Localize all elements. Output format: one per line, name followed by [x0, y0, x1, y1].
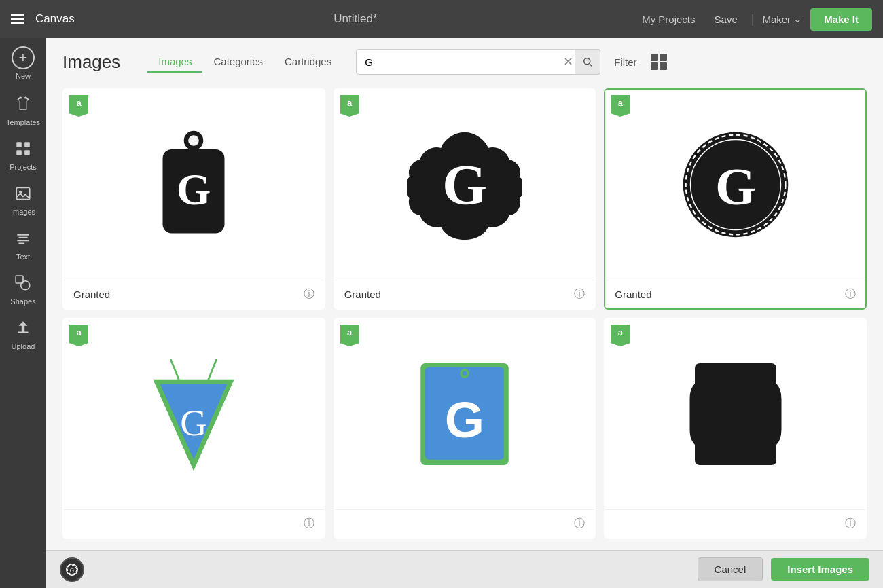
image-svg-5: G: [414, 350, 516, 479]
image-card-footer-1: Granted ⓘ: [64, 280, 324, 308]
sidebar-item-new[interactable]: + New: [0, 38, 46, 88]
image-card-footer-5: ⓘ: [335, 509, 595, 538]
svg-rect-4: [16, 187, 30, 199]
projects-icon: [14, 140, 32, 160]
image-label-3: Granted: [615, 289, 651, 300]
sidebar-item-projects[interactable]: Projects: [0, 133, 46, 178]
image-card-footer-6: ⓘ: [605, 509, 865, 538]
image-preview-3: a G: [605, 90, 865, 280]
image-svg-2: G: [407, 127, 522, 242]
image-card-5[interactable]: a G ⓘ: [334, 318, 596, 539]
tab-categories[interactable]: Categories: [202, 52, 274, 73]
sidebar-item-upload[interactable]: Upload: [0, 312, 46, 357]
document-title: Untitled*: [334, 12, 377, 25]
save-button[interactable]: Save: [709, 11, 743, 28]
svg-text:G: G: [70, 567, 75, 573]
sidebar-item-templates[interactable]: Templates: [0, 88, 46, 133]
sidebar-item-shapes[interactable]: Shapes: [0, 268, 46, 312]
image-preview-5: a G: [335, 319, 595, 509]
tab-cartridges[interactable]: Cartridges: [274, 52, 342, 73]
search-area: ✕: [356, 49, 600, 75]
insert-images-button[interactable]: Insert Images: [771, 558, 869, 581]
svg-text:G: G: [177, 165, 211, 214]
images-grid: a G Granted ⓘ a: [46, 80, 883, 550]
info-icon-6[interactable]: ⓘ: [845, 517, 856, 531]
svg-text:G: G: [181, 402, 207, 443]
sidebar: + New Templates Projects Images Text: [0, 38, 46, 588]
svg-point-6: [21, 281, 30, 290]
info-icon-3[interactable]: ⓘ: [845, 287, 856, 301]
image-card-footer-4: ⓘ: [64, 509, 324, 538]
image-preview-1: a G: [64, 90, 324, 280]
search-icon: [581, 56, 594, 68]
image-label-2: Granted: [344, 289, 381, 300]
tab-images[interactable]: Images: [147, 52, 202, 73]
header-actions: Filter: [609, 54, 666, 71]
cancel-button[interactable]: Cancel: [698, 557, 763, 581]
plus-circle-icon: +: [12, 46, 35, 69]
tab-nav: Images Categories Cartridges: [147, 52, 342, 73]
svg-point-5: [19, 191, 22, 194]
topbar: Canvas Untitled* My Projects Save | Make…: [0, 0, 883, 38]
badge-access-5: a: [340, 325, 359, 346]
sidebar-item-images[interactable]: Images: [0, 178, 46, 223]
maker-dropdown-button[interactable]: Maker ⌄: [762, 13, 802, 25]
search-go-button[interactable]: [575, 49, 600, 75]
image-card-1[interactable]: a G Granted ⓘ: [62, 88, 325, 310]
svg-point-26: [463, 371, 467, 376]
image-card-footer-2: Granted ⓘ: [335, 280, 595, 308]
image-card-6[interactable]: a ⓘ: [604, 318, 867, 539]
make-it-button[interactable]: Make It: [810, 8, 872, 31]
chevron-down-icon: ⌄: [793, 13, 802, 25]
sidebar-item-text[interactable]: Text: [0, 223, 46, 268]
svg-rect-0: [16, 142, 22, 147]
image-card-4[interactable]: a G ⓘ: [62, 318, 325, 539]
image-card-footer-3: Granted ⓘ: [605, 280, 865, 308]
text-icon: [14, 229, 32, 250]
tshirt-icon: [14, 95, 32, 115]
svg-point-10: [189, 135, 200, 146]
bottom-bar: G Cancel Insert Images: [46, 550, 883, 588]
image-card-3[interactable]: a G Granted ⓘ: [604, 88, 867, 310]
image-svg-3: G: [678, 127, 793, 242]
image-card-2[interactable]: a G Granted ⓘ: [334, 88, 596, 310]
svg-text:G: G: [715, 158, 756, 216]
image-label-1: Granted: [73, 289, 110, 300]
search-clear-button[interactable]: ✕: [563, 54, 573, 69]
content-header: Images Images Categories Cartridges ✕ Fi…: [46, 38, 883, 80]
grid-toggle-button[interactable]: [651, 54, 667, 70]
svg-line-18: [170, 359, 180, 382]
svg-rect-3: [24, 150, 30, 155]
main-layout: + New Templates Projects Images Text: [0, 38, 883, 588]
content-area: Images Images Categories Cartridges ✕ Fi…: [46, 38, 883, 588]
filter-button[interactable]: Filter: [609, 54, 642, 71]
info-icon-1[interactable]: ⓘ: [304, 287, 314, 301]
app-logo: Canvas: [35, 12, 75, 26]
info-icon-4[interactable]: ⓘ: [304, 517, 314, 531]
svg-rect-2: [16, 150, 22, 155]
info-icon-2[interactable]: ⓘ: [574, 287, 585, 301]
my-projects-button[interactable]: My Projects: [636, 11, 700, 28]
svg-rect-1: [24, 142, 30, 147]
image-svg-4: G: [143, 350, 245, 479]
selected-image-icon: G: [65, 562, 79, 577]
info-icon-5[interactable]: ⓘ: [574, 517, 585, 531]
badge-access-3: a: [611, 95, 630, 117]
menu-icon[interactable]: [11, 14, 24, 24]
image-icon: [14, 185, 32, 205]
image-svg-1: G: [149, 127, 238, 242]
selected-preview: G: [60, 557, 84, 582]
svg-text:G: G: [445, 391, 484, 448]
divider: |: [751, 12, 755, 26]
shapes-icon: [14, 274, 32, 295]
badge-access-1: a: [69, 95, 88, 117]
upload-icon: [14, 319, 32, 339]
svg-text:G: G: [442, 153, 487, 217]
svg-line-19: [208, 359, 217, 382]
image-preview-4: a G: [64, 319, 324, 509]
badge-access-2: a: [340, 95, 359, 117]
page-title: Images: [62, 52, 120, 73]
image-preview-6: a: [605, 319, 865, 509]
image-svg-6: [685, 350, 787, 479]
image-preview-2: a G: [335, 90, 595, 280]
